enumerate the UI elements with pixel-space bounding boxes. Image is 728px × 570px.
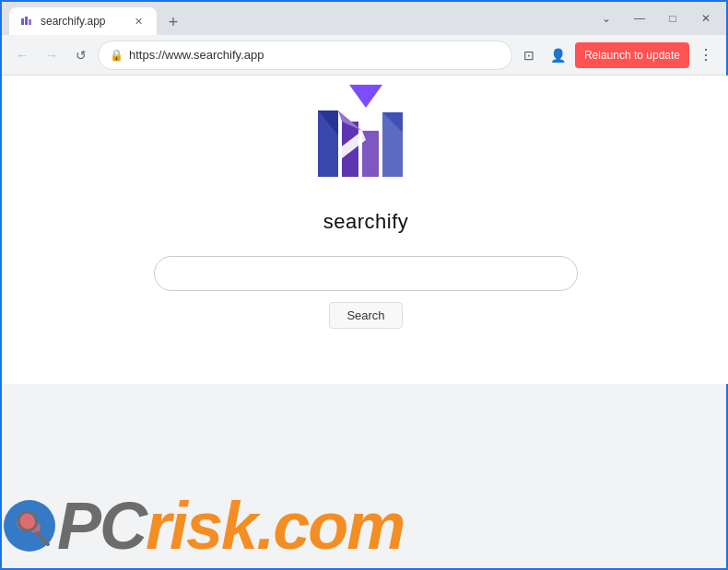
minimize-button[interactable]: —: [627, 6, 652, 31]
svg-point-14: [29, 522, 41, 533]
close-button[interactable]: ✕: [693, 6, 719, 31]
window-controls: ⌄ — □ ✕: [593, 6, 719, 31]
svg-point-12: [4, 500, 55, 552]
toolbar-right: ⊡ 👤 Relaunch to update ⋮: [516, 42, 719, 68]
tab-search-icon[interactable]: ⊡: [516, 42, 542, 68]
svg-line-15: [37, 533, 48, 544]
svg-rect-0: [21, 18, 24, 25]
svg-point-16: [18, 512, 37, 530]
maximize-button[interactable]: □: [660, 6, 686, 31]
chevron-down-icon[interactable]: ⌄: [593, 6, 619, 31]
svg-rect-2: [29, 19, 31, 25]
active-tab[interactable]: searchify.app ✕: [9, 7, 157, 35]
pcrisk-logo: [2, 498, 57, 553]
title-bar: searchify.app ✕ + ⌄ — □ ✕: [2, 2, 726, 35]
watermark-text: PCrisk.com: [57, 493, 404, 559]
toolbar: ← → ↺ 🔒 https://www.searchify.app ⊡ 👤 Re…: [2, 35, 726, 76]
svg-point-13: [17, 513, 35, 531]
page-wrapper: searchify Search: [2, 76, 728, 568]
browser-menu-button[interactable]: ⋮: [693, 42, 719, 68]
address-bar[interactable]: 🔒 https://www.searchify.app: [98, 41, 512, 70]
watermark-overlay: PCrisk.com: [2, 458, 728, 568]
watermark-dotcom: .com: [256, 489, 404, 563]
profile-icon[interactable]: 👤: [546, 42, 571, 68]
back-button[interactable]: ←: [9, 42, 35, 68]
site-logo: [311, 76, 421, 195]
svg-marker-9: [349, 85, 382, 108]
forward-button[interactable]: →: [39, 42, 65, 68]
new-tab-button[interactable]: +: [160, 9, 186, 35]
watermark-inner: PCrisk.com: [2, 493, 404, 559]
tab-title: searchify.app: [41, 15, 123, 28]
relaunch-button[interactable]: Relaunch to update: [575, 42, 689, 68]
svg-rect-1: [25, 17, 28, 25]
tab-area: searchify.app ✕ +: [9, 2, 590, 35]
search-input[interactable]: [154, 256, 578, 291]
site-name: searchify: [323, 210, 409, 234]
url-text: https://www.searchify.app: [129, 48, 500, 62]
page-content: searchify Search: [2, 76, 728, 384]
reload-button[interactable]: ↺: [68, 42, 94, 68]
tab-favicon: [20, 15, 33, 28]
watermark-risk: risk: [146, 489, 256, 563]
search-button[interactable]: Search: [329, 302, 402, 329]
lock-icon: 🔒: [110, 49, 123, 62]
browser-frame: searchify.app ✕ + ⌄ — □ ✕ ← → ↺ 🔒 https:…: [0, 0, 728, 570]
tab-close-button[interactable]: ✕: [131, 14, 146, 29]
watermark-pc: PC: [57, 489, 146, 563]
logo-container: searchify: [311, 76, 421, 234]
